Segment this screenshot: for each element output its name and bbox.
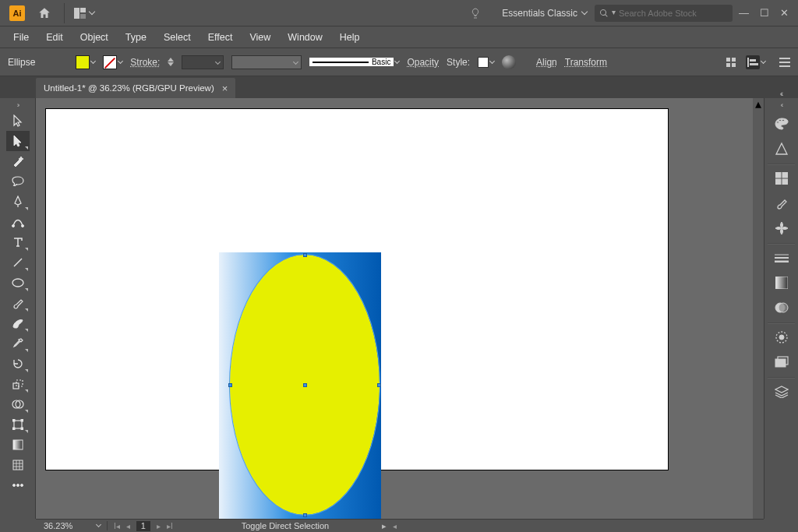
artboard-number[interactable]: 1: [136, 521, 150, 531]
first-artboard-icon[interactable]: I◂: [114, 522, 120, 530]
menu-object[interactable]: Object: [73, 29, 115, 46]
stroke-weight-dropdown[interactable]: [182, 55, 224, 69]
stroke-panel-icon[interactable]: [773, 249, 790, 266]
menu-type[interactable]: Type: [118, 29, 154, 46]
direct-selection-tool[interactable]: [6, 131, 30, 151]
zoom-level[interactable]: 36.23%: [44, 521, 90, 530]
rotate-tool[interactable]: [6, 354, 30, 374]
collapse-right-panels-icon[interactable]: ‹‹: [780, 90, 782, 98]
opacity-label[interactable]: Opacity: [407, 57, 439, 68]
next-artboard-icon[interactable]: ▸: [157, 522, 161, 530]
menu-window[interactable]: Window: [281, 29, 329, 46]
align-panel-link[interactable]: Align: [536, 57, 557, 68]
brushes-panel-icon[interactable]: [773, 195, 790, 212]
vertical-scrollbar[interactable]: ▴: [753, 98, 764, 519]
mesh-tool[interactable]: [6, 455, 30, 475]
shape-builder-tool[interactable]: [6, 394, 30, 414]
svg-point-10: [12, 225, 14, 227]
selection-type-label: Ellipse: [8, 57, 35, 68]
svg-point-26: [16, 484, 19, 487]
stroke-label[interactable]: Stroke:: [130, 57, 160, 68]
recolor-artwork-icon[interactable]: [502, 55, 516, 69]
control-panel-menu-icon[interactable]: [779, 58, 790, 67]
symbols-panel-icon[interactable]: [773, 220, 790, 237]
transform-panel-link[interactable]: Transform: [565, 57, 607, 68]
scale-tool[interactable]: [6, 374, 30, 394]
search-stock-field[interactable]: ▾: [595, 5, 733, 22]
more-tools[interactable]: [6, 475, 30, 495]
graphic-styles-panel-icon[interactable]: [773, 354, 790, 371]
type-tool[interactable]: [6, 232, 30, 252]
appearance-panel-icon[interactable]: [773, 329, 790, 346]
tips-icon[interactable]: [468, 5, 483, 21]
svg-rect-9: [750, 63, 758, 65]
svg-point-11: [21, 225, 23, 227]
tab-close-icon[interactable]: ×: [222, 83, 228, 94]
paintbrush-tool[interactable]: [6, 293, 30, 313]
arrange-documents-button[interactable]: [69, 5, 99, 21]
isolate-mode-icon[interactable]: [724, 55, 738, 69]
svg-rect-38: [775, 277, 788, 289]
selection-handle[interactable]: [303, 513, 307, 517]
graphic-style-label: Basic: [372, 58, 390, 66]
canvas-area[interactable]: ▴: [36, 98, 764, 519]
fill-color-swatch[interactable]: [76, 55, 95, 69]
variable-width-profile-dropdown[interactable]: [231, 55, 302, 69]
dock-expand-icon[interactable]: ‹‹: [781, 100, 782, 111]
selection-handle[interactable]: [303, 253, 307, 257]
toolbar-expand-icon[interactable]: ››: [17, 100, 19, 111]
pen-tool[interactable]: [6, 192, 30, 212]
menu-edit[interactable]: Edit: [39, 29, 70, 46]
color-guide-panel-icon[interactable]: [773, 140, 790, 157]
gradient-tool[interactable]: [6, 435, 30, 455]
last-artboard-icon[interactable]: ▸I: [167, 522, 173, 530]
layers-panel-icon[interactable]: [773, 383, 790, 400]
maximize-button[interactable]: ☐: [760, 7, 769, 19]
hscroll-left-icon[interactable]: ◂: [393, 522, 397, 530]
chevron-down-icon: [581, 9, 588, 15]
color-panel-icon[interactable]: [773, 115, 790, 132]
svg-rect-22: [21, 428, 23, 430]
ellipse-shape-tool[interactable]: [6, 273, 30, 293]
separator: [64, 3, 65, 23]
brush-definition-dropdown[interactable]: Basic: [309, 58, 399, 66]
search-input[interactable]: [619, 9, 728, 18]
blob-brush-tool[interactable]: [6, 313, 30, 333]
zoom-dropdown-icon[interactable]: [96, 522, 101, 527]
close-button[interactable]: ✕: [780, 7, 789, 19]
menu-effect[interactable]: Effect: [201, 29, 240, 46]
transparency-panel-icon[interactable]: [773, 299, 790, 316]
prev-artboard-icon[interactable]: ◂: [126, 522, 130, 530]
graphic-style-dropdown[interactable]: [478, 57, 494, 68]
selection-center[interactable]: [303, 383, 307, 387]
curvature-tool[interactable]: [6, 212, 30, 232]
selection-handle[interactable]: [228, 383, 232, 387]
selection-handle[interactable]: [377, 383, 381, 387]
stroke-weight-stepper[interactable]: [168, 58, 174, 66]
minimize-button[interactable]: —: [739, 7, 749, 19]
gradient-panel-icon[interactable]: [773, 274, 790, 291]
svg-point-40: [779, 303, 788, 312]
line-segment-tool[interactable]: [6, 252, 30, 273]
free-transform-tool[interactable]: [6, 414, 30, 435]
menu-help[interactable]: Help: [333, 29, 367, 46]
home-icon[interactable]: [37, 6, 51, 20]
workspace-switcher[interactable]: Essentials Classic: [494, 8, 595, 19]
svg-rect-3: [726, 58, 730, 62]
menu-file[interactable]: File: [6, 29, 36, 46]
lasso-tool[interactable]: [6, 171, 30, 192]
eyedropper-tool[interactable]: [6, 333, 30, 354]
menu-view[interactable]: View: [242, 29, 277, 46]
selection-tool[interactable]: [6, 111, 30, 131]
svg-rect-31: [775, 172, 781, 178]
document-tab[interactable]: Untitled-1* @ 36.23% (RGB/GPU Preview) ×: [36, 78, 235, 98]
align-to-selection-dropdown[interactable]: [746, 55, 765, 69]
scroll-up-icon[interactable]: ▴: [753, 98, 764, 109]
status-menu-icon[interactable]: ▸: [382, 521, 387, 531]
svg-point-25: [12, 484, 15, 487]
swatches-panel-icon[interactable]: [773, 170, 790, 187]
menu-select[interactable]: Select: [157, 29, 198, 46]
svg-point-29: [779, 119, 781, 122]
stroke-color-swatch[interactable]: [103, 55, 122, 69]
magic-wand-tool[interactable]: [6, 151, 30, 171]
